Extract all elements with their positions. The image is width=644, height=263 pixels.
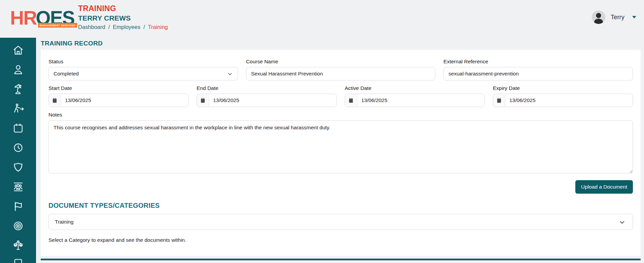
top-bar: HROES MANAGEMENT SERVICES TRAINING TERRY…: [0, 0, 644, 38]
status-field-group: Status Completed: [48, 59, 238, 80]
shield-icon: [12, 161, 25, 174]
notes-textarea[interactable]: This course recognises and addresses sex…: [48, 120, 633, 173]
training-record-heading: TRAINING RECORD: [41, 40, 644, 47]
end-date-label: End Date: [197, 85, 337, 91]
category-hint-text: Select a Category to expand and see the …: [48, 237, 633, 243]
chevron-down-icon: [618, 219, 626, 227]
active-date-input[interactable]: [357, 94, 484, 107]
user-avatar[interactable]: [592, 10, 605, 24]
header-title-block: TRAINING TERRY CREWS Dashboard / Employe…: [78, 4, 168, 30]
active-date-field-group: Active Date: [345, 85, 485, 107]
caret-down-icon[interactable]: [632, 15, 637, 19]
page-title: TRAINING: [78, 4, 168, 13]
sidebar-item-documents[interactable]: [12, 259, 25, 263]
external-reference-field-group: External Reference: [443, 59, 633, 80]
end-date-input[interactable]: [209, 94, 336, 107]
sidebar-item-legal[interactable]: [12, 239, 25, 252]
external-reference-input[interactable]: [443, 67, 633, 80]
external-reference-label: External Reference: [443, 59, 633, 65]
course-name-label: Course Name: [246, 59, 436, 65]
breadcrumb-employees[interactable]: Employees: [113, 24, 140, 30]
home-icon: [12, 44, 25, 57]
scales-icon: [12, 239, 25, 252]
end-date-field: [197, 94, 337, 107]
sidebar-item-calendar[interactable]: [12, 122, 25, 135]
bottom-divider: [41, 259, 641, 260]
start-date-input[interactable]: [61, 94, 188, 107]
user-menu[interactable]: Terry: [592, 10, 637, 24]
sidebar-item-leavers[interactable]: [12, 102, 25, 115]
course-name-input[interactable]: [246, 67, 436, 80]
sidebar-item-insurance[interactable]: [12, 161, 25, 174]
sidebar-item-holidays[interactable]: [12, 83, 25, 96]
sidebar-item-reports[interactable]: [12, 200, 25, 213]
breadcrumb-separator: /: [108, 24, 110, 30]
sidebar-item-employee[interactable]: [12, 63, 25, 76]
flag-icon: [12, 200, 25, 213]
upload-document-button[interactable]: Upload a Document: [575, 180, 633, 194]
category-accordion-label: Training: [55, 219, 73, 225]
start-date-label: Start Date: [48, 85, 189, 91]
logo-text: HROES: [10, 3, 72, 33]
logo-badge: MANAGEMENT SERVICES: [38, 23, 77, 28]
training-record-card: Status Completed Course Name External Re…: [41, 50, 641, 256]
status-select-value: Completed: [54, 71, 79, 77]
employee-icon: [12, 63, 25, 76]
sidebar-item-timesheets[interactable]: [12, 141, 25, 154]
form-row-dates: Start Date End Date: [48, 85, 633, 107]
category-accordion-training[interactable]: Training: [48, 214, 633, 230]
main-content: TRAINING RECORD Status Completed Course …: [36, 38, 644, 263]
document-types-heading: DOCUMENT TYPES/CATEGORIES: [48, 202, 633, 209]
expiry-date-field: [493, 94, 633, 107]
end-date-field-group: End Date: [197, 85, 337, 107]
notes-field-group: Notes This course recognises and address…: [48, 112, 633, 175]
calendar-icon[interactable]: [345, 94, 357, 107]
breadcrumb-dashboard[interactable]: Dashboard: [78, 24, 105, 30]
chevron-down-icon: [227, 71, 233, 78]
team-icon: [12, 180, 25, 193]
calendar-icon: [12, 122, 25, 135]
expiry-date-field-group: Expiry Date: [493, 85, 633, 107]
user-name-label: Terry: [611, 13, 624, 21]
target-icon: [12, 220, 25, 232]
start-date-field-group: Start Date: [48, 85, 189, 107]
sidebar-item-home[interactable]: [12, 44, 25, 57]
sidebar-item-team[interactable]: [12, 180, 25, 193]
breadcrumb-separator: /: [143, 24, 145, 30]
form-row-1: Status Completed Course Name External Re…: [48, 59, 633, 80]
leaver-walking-arrow-icon: [12, 102, 25, 115]
active-date-field: [345, 94, 485, 107]
sidebar-item-objectives[interactable]: [12, 220, 25, 232]
hroes-logo[interactable]: HROES MANAGEMENT SERVICES: [10, 3, 72, 33]
expiry-date-label: Expiry Date: [493, 85, 633, 91]
start-date-field: [48, 94, 189, 107]
document-partial-icon: [12, 259, 25, 263]
upload-button-row: Upload a Document: [48, 180, 633, 194]
sidebar-nav: [0, 38, 36, 263]
status-label: Status: [48, 59, 238, 65]
calendar-icon[interactable]: [49, 94, 61, 107]
expiry-date-input[interactable]: [505, 94, 633, 107]
active-date-label: Active Date: [345, 85, 485, 91]
app-root: HROES MANAGEMENT SERVICES TRAINING TERRY…: [0, 0, 644, 263]
person-photo-avatar: [592, 10, 605, 24]
course-name-field-group: Course Name: [246, 59, 436, 80]
notes-label: Notes: [48, 112, 633, 118]
employee-name: TERRY CREWS: [78, 14, 168, 22]
clock-icon: [12, 141, 25, 154]
logo-hr: HR: [10, 7, 36, 29]
breadcrumb: Dashboard / Employees / Training: [78, 24, 168, 30]
calendar-icon[interactable]: [493, 94, 505, 107]
breadcrumb-training-current: Training: [148, 24, 168, 30]
calendar-icon[interactable]: [197, 94, 209, 107]
status-select[interactable]: Completed: [48, 67, 238, 80]
holiday-palm-tree-icon: [12, 83, 25, 96]
